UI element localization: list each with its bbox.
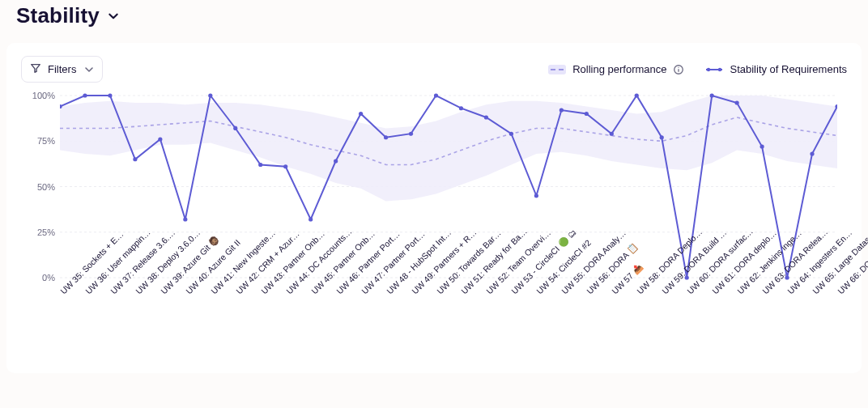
svg-point-39 [760, 144, 764, 148]
svg-point-5 [718, 67, 721, 70]
svg-point-21 [308, 217, 313, 221]
svg-point-41 [810, 151, 814, 155]
filters-button[interactable]: Filters [21, 56, 103, 83]
svg-point-26 [434, 93, 438, 97]
legend-rolling-label: Rolling performance [572, 63, 666, 75]
filter-icon [30, 62, 41, 76]
svg-point-27 [459, 106, 463, 110]
filters-label: Filters [48, 63, 76, 75]
svg-point-25 [409, 132, 413, 136]
svg-point-16 [183, 217, 187, 221]
svg-point-23 [359, 112, 363, 116]
legend-stability[interactable]: Stability of Requirements [705, 63, 847, 75]
svg-point-13 [108, 93, 112, 97]
info-icon[interactable] [673, 64, 684, 75]
svg-point-14 [133, 157, 137, 161]
x-axis: UW 35: Sockets + EmailUW 36: User mappin… [60, 286, 847, 367]
svg-point-34 [635, 93, 639, 97]
legend: Rolling performance Stability of Require… [548, 63, 847, 75]
svg-point-2 [679, 66, 679, 67]
svg-point-24 [384, 135, 388, 139]
svg-point-15 [158, 137, 162, 141]
y-tick: 50% [37, 182, 55, 192]
svg-point-18 [233, 126, 237, 130]
svg-point-35 [660, 135, 664, 139]
stability-swatch [705, 65, 723, 74]
svg-point-30 [534, 193, 538, 198]
svg-point-33 [610, 132, 614, 136]
legend-rolling[interactable]: Rolling performance [548, 63, 684, 75]
svg-point-12 [83, 93, 87, 97]
svg-point-32 [585, 112, 589, 116]
svg-point-17 [208, 93, 212, 97]
chart-card: Filters Rolling performance Stability of… [6, 43, 862, 373]
y-tick: 100% [32, 91, 55, 100]
page-title[interactable]: Stability [16, 3, 100, 28]
y-tick: 75% [37, 136, 55, 146]
svg-point-19 [258, 163, 262, 167]
y-axis: 0%25%50%75%100% [21, 87, 60, 286]
svg-point-37 [710, 93, 714, 97]
svg-point-31 [560, 108, 564, 112]
rolling-swatch [548, 65, 566, 74]
y-tick: 0% [42, 273, 55, 283]
svg-point-28 [484, 115, 488, 119]
y-tick: 25% [37, 227, 55, 237]
svg-point-4 [707, 67, 710, 70]
chevron-down-icon[interactable] [108, 11, 119, 22]
svg-point-20 [283, 164, 287, 168]
chevron-down-icon [84, 65, 94, 74]
svg-point-22 [334, 159, 338, 163]
svg-point-38 [735, 100, 739, 104]
svg-point-29 [509, 132, 513, 136]
legend-stability-label: Stability of Requirements [730, 63, 847, 75]
